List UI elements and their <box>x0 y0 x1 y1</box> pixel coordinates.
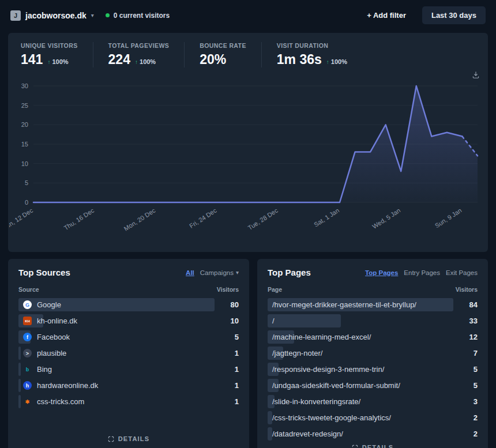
row-bar-track: KHkh-online.dk <box>18 314 215 327</box>
row-label[interactable]: Google <box>37 300 61 309</box>
add-filter-button[interactable]: + Add filter <box>363 10 409 20</box>
svg-text:30: 30 <box>21 82 28 89</box>
row-label[interactable]: hardwareonline.dk <box>37 381 98 390</box>
table-row[interactable]: fFacebook5 <box>18 330 239 344</box>
row-visitors: 2 <box>458 413 478 422</box>
row-bar-track: /responsive-design-3-nemme-trin/ <box>268 363 453 376</box>
chevron-down-icon: ▾ <box>236 269 239 276</box>
table-row[interactable]: GGoogle80 <box>18 298 239 311</box>
stat-visit-duration[interactable]: VISIT DURATION 1m 36s ↑ 100% <box>261 42 362 67</box>
up-arrow-icon: ↑ <box>47 59 50 65</box>
date-range-button[interactable]: Last 30 days <box>422 6 486 24</box>
row-label-wrap: /undgaa-sideskift-ved-formular-submit/ <box>268 379 453 392</box>
table-row[interactable]: /responsive-design-3-nemme-trin/5 <box>268 363 478 376</box>
svg-text:15: 15 <box>21 141 28 148</box>
breakdown-cards: Top Sources All Campaigns ▾ Source Visit… <box>8 259 488 448</box>
svg-text:10: 10 <box>21 160 28 167</box>
top-bar: J jacobworsoe.dk ▾ 0 current visitors + … <box>0 0 496 31</box>
table-row[interactable]: KHkh-online.dk10 <box>18 314 239 327</box>
table-row[interactable]: /hvor-meget-drikker-gaesterne-til-et-bry… <box>268 298 478 311</box>
table-row[interactable]: /33 <box>268 314 478 327</box>
row-label[interactable]: /machine-learning-med-excel/ <box>272 333 371 341</box>
row-visitors: 80 <box>219 300 239 309</box>
table-row[interactable]: /jagttegn-noter/7 <box>268 347 478 360</box>
expand-icon <box>108 436 114 442</box>
row-label[interactable]: /responsive-design-3-nemme-trin/ <box>272 365 384 374</box>
row-bar-track: /jagttegn-noter/ <box>268 347 453 360</box>
row-label-wrap: /jagttegn-noter/ <box>268 347 453 360</box>
svg-text:Thu, 16 Dec: Thu, 16 Dec <box>63 206 96 231</box>
row-label[interactable]: plausible <box>37 349 66 357</box>
stat-value: 224 <box>108 52 130 67</box>
row-label[interactable]: /datadrevet-redesign/ <box>272 430 343 438</box>
facebook-favicon: f <box>23 333 32 341</box>
row-label[interactable]: /css-tricks-tweetet-google-analytics/ <box>272 413 391 422</box>
tab-top-pages[interactable]: Top Pages <box>365 269 398 276</box>
live-dot-icon <box>106 13 110 17</box>
row-visitors: 5 <box>219 333 239 341</box>
sources-details-button[interactable]: DETAILS <box>104 432 153 446</box>
row-bar-track: /datadrevet-redesign/ <box>268 427 453 441</box>
table-row[interactable]: /machine-learning-med-excel/12 <box>268 330 478 344</box>
row-label-wrap: >plausible <box>18 347 215 360</box>
row-bar-track: /hvor-meget-drikker-gaesterne-til-et-bry… <box>268 298 453 311</box>
row-label[interactable]: /hvor-meget-drikker-gaesterne-til-et-bry… <box>272 300 416 309</box>
row-label[interactable]: / <box>272 317 275 325</box>
table-row[interactable]: /undgaa-sideskift-ved-formular-submit/5 <box>268 379 478 392</box>
visitors-chart[interactable]: 051015202530Sun, 12 DecThu, 16 DecMon, 2… <box>9 80 484 246</box>
bing-favicon: b <box>23 365 32 374</box>
row-label[interactable]: Facebook <box>37 333 70 341</box>
table-row[interactable]: >plausible1 <box>18 347 239 360</box>
pages-details-button[interactable]: DETAILS <box>348 441 397 448</box>
expand-icon <box>352 445 358 448</box>
table-row[interactable]: hhardwareonline.dk1 <box>18 379 239 392</box>
chevron-down-icon[interactable]: ▾ <box>91 12 94 18</box>
row-label[interactable]: css-tricks.com <box>37 397 84 406</box>
column-source: Source <box>18 286 39 293</box>
row-label-wrap: /responsive-design-3-nemme-trin/ <box>268 363 453 376</box>
stat-bounce-rate[interactable]: BOUNCE RATE 20% <box>184 42 261 67</box>
row-label[interactable]: Bing <box>37 365 52 374</box>
row-label-wrap: GGoogle <box>18 298 215 311</box>
row-visitors: 1 <box>219 349 239 357</box>
sources-column-headers: Source Visitors <box>18 286 239 293</box>
up-arrow-icon: ↑ <box>135 59 138 65</box>
site-name[interactable]: jacobworsoe.dk <box>25 11 87 20</box>
row-label[interactable]: kh-online.dk <box>37 317 77 325</box>
tab-entry-pages[interactable]: Entry Pages <box>404 269 440 276</box>
row-label-wrap: fFacebook <box>18 330 215 344</box>
pages-list: /hvor-meget-drikker-gaesterne-til-et-bry… <box>268 298 478 441</box>
table-row[interactable]: /slide-in-konverteringsrate/3 <box>268 395 478 408</box>
stat-unique-visitors[interactable]: UNIQUE VISITORS 141 ↑ 100% <box>8 42 93 67</box>
css-tricks-favicon: ✱ <box>23 397 32 406</box>
svg-text:5: 5 <box>25 179 28 186</box>
row-bar-track: >plausible <box>18 347 215 360</box>
stat-label: VISIT DURATION <box>277 42 347 49</box>
column-visitors: Visitors <box>456 286 478 293</box>
tab-all[interactable]: All <box>186 269 194 276</box>
row-label[interactable]: /jagttegn-noter/ <box>272 349 322 357</box>
stat-total-pageviews[interactable]: TOTAL PAGEVIEWS 224 ↑ 100% <box>93 42 185 67</box>
chart-toolbar <box>8 71 488 80</box>
row-label[interactable]: /undgaa-sideskift-ved-formular-submit/ <box>272 381 400 390</box>
row-label[interactable]: /slide-in-konverteringsrate/ <box>272 397 360 406</box>
svg-text:20: 20 <box>21 121 28 128</box>
table-row[interactable]: bBing1 <box>18 363 239 376</box>
tab-campaigns[interactable]: Campaigns ▾ <box>200 269 239 276</box>
row-bar-track: GGoogle <box>18 298 215 311</box>
row-visitors: 33 <box>458 317 478 325</box>
visitors-panel: UNIQUE VISITORS 141 ↑ 100% TOTAL PAGEVIE… <box>8 33 488 252</box>
stat-change-badge: ↑ 100% <box>326 58 347 65</box>
stats-row: UNIQUE VISITORS 141 ↑ 100% TOTAL PAGEVIE… <box>8 33 488 71</box>
table-row[interactable]: /datadrevet-redesign/2 <box>268 427 478 441</box>
table-row[interactable]: ✱css-tricks.com1 <box>18 395 239 408</box>
current-visitors[interactable]: 0 current visitors <box>106 12 170 20</box>
column-page: Page <box>268 286 282 293</box>
row-bar-track: /machine-learning-med-excel/ <box>268 330 453 344</box>
table-row[interactable]: /css-tricks-tweetet-google-analytics/2 <box>268 411 478 424</box>
download-icon[interactable] <box>472 71 480 80</box>
tab-exit-pages[interactable]: Exit Pages <box>446 269 478 276</box>
row-visitors: 1 <box>219 381 239 390</box>
stat-label: BOUNCE RATE <box>200 42 246 49</box>
up-arrow-icon: ↑ <box>326 59 329 65</box>
